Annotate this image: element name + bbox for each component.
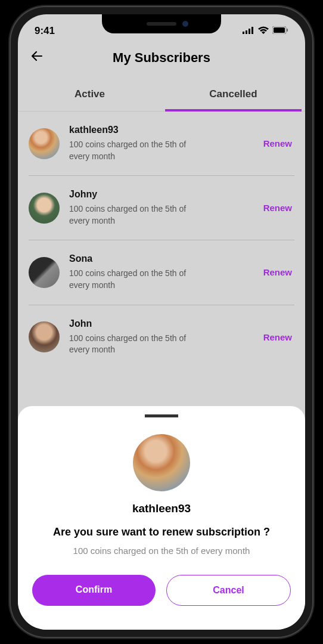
cancel-button[interactable]: Cancel (166, 575, 291, 606)
svg-rect-3 (251, 27, 253, 34)
sheet-avatar (133, 434, 190, 491)
cellular-signal-icon (243, 26, 254, 36)
avatar[interactable] (29, 193, 60, 224)
sheet-description: 100 coins charged on the 5th of every mo… (73, 546, 250, 556)
phone-notch (102, 14, 221, 33)
subscriber-desc: 100 coins charged on the 5th of every mo… (69, 268, 188, 291)
svg-rect-0 (243, 32, 244, 34)
svg-rect-6 (287, 29, 288, 32)
phone-frame: 9:41 My Subscribers Active Cancelled (10, 6, 313, 638)
tabs: Active Cancelled (18, 78, 305, 112)
subscriber-info: John 100 coins charged on the 5th of eve… (69, 318, 251, 356)
page-header: My Subscribers (18, 43, 305, 78)
svg-rect-5 (274, 27, 285, 33)
subscriber-item: John 100 coins charged on the 5th of eve… (29, 305, 294, 369)
subscriber-name: kathleen93 (69, 125, 251, 135)
subscriber-item: Sona 100 coins charged on the 5th of eve… (29, 240, 294, 305)
svg-rect-1 (246, 30, 247, 34)
avatar[interactable] (29, 128, 60, 159)
renew-button[interactable]: Renew (261, 134, 294, 153)
battery-icon (272, 26, 288, 36)
avatar[interactable] (29, 257, 60, 288)
subscriber-name: John (69, 318, 251, 329)
wifi-icon (258, 26, 269, 36)
renew-button[interactable]: Renew (261, 262, 294, 282)
subscriber-item: Johny 100 coins charged on the 5th of ev… (29, 176, 294, 240)
subscriber-name: Sona (69, 253, 251, 264)
page-title: My Subscribers (30, 50, 293, 66)
status-icons (243, 26, 288, 36)
subscriber-desc: 100 coins charged on the 5th of every mo… (69, 333, 188, 356)
confirm-button[interactable]: Confirm (32, 575, 156, 606)
sheet-question-text: Are you sure want to renew subscription … (53, 526, 270, 538)
sheet-subscriber-name: kathleen93 (132, 502, 191, 515)
subscriber-desc: 100 coins charged on the 5th of every mo… (69, 203, 188, 227)
subscriber-info: Sona 100 coins charged on the 5th of eve… (69, 253, 251, 291)
svg-rect-2 (249, 29, 250, 34)
phone-screen: 9:41 My Subscribers Active Cancelled (18, 14, 305, 630)
renew-confirmation-sheet: kathleen93 Are you sure want to renew su… (18, 406, 305, 630)
sheet-button-row: Confirm Cancel (32, 575, 291, 606)
sheet-drag-handle[interactable] (145, 414, 178, 417)
arrow-left-icon (30, 49, 44, 63)
subscriber-info: Johny 100 coins charged on the 5th of ev… (69, 189, 251, 227)
status-time: 9:41 (35, 25, 55, 37)
tab-cancelled[interactable]: Cancelled (162, 78, 305, 111)
subscriber-info: kathleen93 100 coins charged on the 5th … (69, 125, 251, 162)
subscriber-name: Johny (69, 189, 251, 200)
avatar[interactable] (29, 321, 60, 352)
subscriber-item: kathleen93 100 coins charged on the 5th … (29, 112, 294, 176)
subscriber-list: kathleen93 100 coins charged on the 5th … (18, 112, 305, 369)
tab-active[interactable]: Active (18, 78, 162, 111)
back-button[interactable] (30, 49, 44, 67)
subscriber-desc: 100 coins charged on the 5th of every mo… (69, 139, 188, 162)
renew-button[interactable]: Renew (261, 327, 294, 347)
renew-button[interactable]: Renew (261, 198, 294, 218)
